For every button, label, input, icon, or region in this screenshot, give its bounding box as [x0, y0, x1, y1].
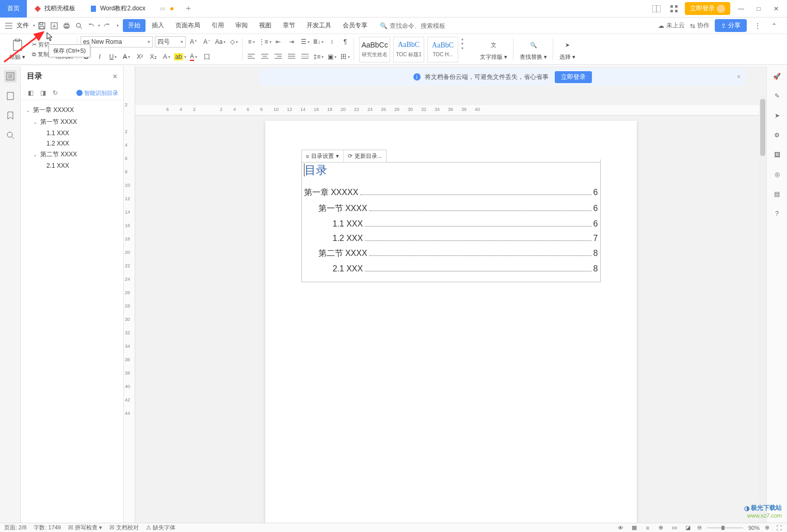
save-as-button[interactable] [49, 20, 60, 31]
borders-icon[interactable]: 田 [340, 51, 351, 62]
shading-icon[interactable]: ▣ [326, 51, 338, 62]
highlight-icon[interactable]: ab [174, 51, 186, 62]
superscript-icon[interactable]: X² [134, 51, 146, 62]
layout-icon[interactable] [650, 2, 663, 15]
numbering-icon[interactable]: ⋮≡ [259, 36, 270, 47]
tab-template[interactable]: 找稻壳模板 [27, 0, 83, 18]
toc-entry[interactable]: 第一章 XXXXX6 [304, 187, 598, 198]
thumbnail-icon[interactable] [4, 90, 17, 102]
cloud-status[interactable]: ☁未上云 [658, 21, 685, 30]
outline-icon[interactable] [4, 70, 17, 83]
maximize-button[interactable]: □ [752, 2, 765, 15]
vertical-scrollbar[interactable] [759, 97, 766, 523]
smart-detect-toc[interactable]: 智能识别目录 [76, 89, 118, 97]
toc-entry[interactable]: 第二节 XXXX8 [304, 248, 598, 259]
tree-item[interactable]: 1.2 XXX [24, 138, 120, 149]
zoom-slider[interactable] [707, 526, 743, 530]
shrink-font-icon[interactable]: A⁻ [201, 36, 213, 47]
settings-icon[interactable]: ⚙ [771, 129, 783, 141]
align-center-icon[interactable] [259, 51, 270, 62]
tree-item[interactable]: ⌄第一章 XXXXX [24, 104, 120, 116]
file-menu[interactable]: 文件 [17, 21, 29, 30]
hamburger-icon[interactable] [3, 20, 14, 31]
bullets-icon[interactable]: ≡ [246, 36, 257, 47]
view-outline-icon[interactable]: ≡ [644, 524, 652, 532]
find-replace-button[interactable]: 🔍查找替换 ▾ [517, 38, 550, 61]
command-search[interactable]: 🔍 [380, 22, 467, 29]
document-page[interactable]: ≡目录设置 ▾ ⟳更新目录... 目录 第一章 XXXXX6 第一节 XXXX6… [265, 121, 637, 523]
tab-document[interactable]: Word教程2.docx ▭ [83, 0, 181, 18]
style-item[interactable]: AaBbCTOC 标题1 [393, 37, 424, 62]
select-button[interactable]: ➤选择 ▾ [556, 38, 579, 61]
horizontal-ruler[interactable]: 642246810121416182022242628303234363840 [135, 105, 766, 116]
eye-icon[interactable]: 👁 [617, 524, 625, 532]
new-tab-button[interactable]: ＋ [181, 1, 196, 17]
align-justify-icon[interactable] [286, 51, 297, 62]
missing-font[interactable]: ⚠ 缺失字体 [146, 524, 175, 531]
menu-view[interactable]: 视图 [254, 19, 277, 32]
tab-home[interactable]: 首页 [0, 0, 27, 18]
toc-entry[interactable]: 1.2 XXX7 [304, 234, 598, 243]
banner-close-button[interactable]: × [737, 73, 741, 80]
image-icon[interactable]: 🖼 [771, 149, 783, 161]
save-button[interactable] [36, 20, 47, 31]
font-color-icon[interactable]: A [188, 51, 199, 62]
tree-item[interactable]: 2.1 XXX [24, 160, 120, 171]
page-indicator[interactable]: 页面: 2/8 [4, 524, 26, 531]
close-button[interactable]: ✕ [769, 2, 783, 15]
nav-refresh-icon[interactable]: ↻ [51, 88, 60, 98]
redo-button[interactable] [101, 20, 113, 31]
subscript-icon[interactable]: X₂ [148, 51, 159, 62]
print-button[interactable] [61, 20, 72, 31]
zoom-level[interactable]: 90% [748, 525, 760, 531]
toc-entry[interactable]: 1.1 XXX6 [304, 219, 598, 229]
text-direction-icon[interactable]: Ⅲ↓ [313, 36, 324, 47]
align-left-icon[interactable] [246, 51, 257, 62]
undo-button[interactable] [86, 20, 97, 31]
menu-references[interactable]: 引用 [206, 19, 229, 32]
paste-button[interactable]: 粘贴 ▾ [6, 38, 28, 61]
more-menu-icon[interactable]: ⋮ [752, 20, 763, 31]
menu-page-layout[interactable]: 页面布局 [170, 19, 205, 32]
font-size-select[interactable]: 四号▾ [155, 36, 186, 47]
style-more-icon[interactable]: ▴▾▾ [461, 37, 469, 51]
view-read-icon[interactable]: ▭ [670, 524, 679, 532]
menu-chapter[interactable]: 章节 [278, 19, 300, 32]
collab-button[interactable]: ⇆协作 [690, 21, 710, 30]
pointer-icon[interactable]: ➤ [771, 109, 783, 122]
grow-font-icon[interactable]: A⁺ [188, 36, 199, 47]
underline-icon[interactable]: U [107, 51, 119, 62]
show-marks-icon[interactable]: ¶ [340, 36, 351, 47]
nav-expand-icon[interactable]: ◨ [38, 88, 47, 98]
strikethrough-icon[interactable]: A̶ [121, 51, 132, 62]
search-input[interactable] [390, 22, 467, 29]
login-button[interactable]: 立即登录 [685, 2, 730, 15]
banner-login-button[interactable]: 立即登录 [555, 71, 592, 83]
menu-start[interactable]: 开始 [123, 19, 146, 32]
apps-icon[interactable] [667, 2, 681, 15]
scrollbar-thumb[interactable] [760, 99, 765, 156]
collapse-ribbon-icon[interactable]: ⌃ [768, 20, 780, 31]
rocket-icon[interactable]: 🚀 [771, 70, 783, 83]
tree-item[interactable]: ⌄第一节 XXXX [24, 116, 120, 128]
spellcheck-toggle[interactable]: ☒ 拼写检查 ▾ [68, 524, 102, 531]
change-case-icon[interactable]: Aa [215, 36, 226, 47]
decrease-indent-icon[interactable]: ⇤ [272, 36, 284, 47]
nav-collapse-icon[interactable]: ◧ [26, 88, 35, 98]
align-distribute-icon[interactable] [299, 51, 311, 62]
view-web-icon[interactable]: ⊕ [657, 524, 665, 532]
word-count[interactable]: 字数: 1749 [34, 524, 61, 531]
minimize-button[interactable]: — [734, 2, 748, 15]
print-preview-button[interactable] [73, 20, 85, 31]
toc-field[interactable]: 目录 第一章 XXXXX6 第一节 XXXX6 1.1 XXX6 1.2 XXX… [301, 159, 601, 282]
sort-icon[interactable]: ↕ [326, 36, 338, 47]
zoom-out-button[interactable]: ⊖ [697, 524, 702, 531]
increase-indent-icon[interactable]: ⇥ [286, 36, 297, 47]
toc-entry[interactable]: 2.1 XXX8 [304, 264, 598, 273]
line-break-icon[interactable]: ☰ [299, 36, 311, 47]
line-spacing-icon[interactable]: ‡≡ [313, 51, 324, 62]
align-right-icon[interactable] [272, 51, 284, 62]
nav-search-icon[interactable] [4, 129, 17, 141]
gear-icon[interactable]: ◎ [771, 168, 783, 181]
pen-icon[interactable]: ✎ [771, 90, 783, 102]
